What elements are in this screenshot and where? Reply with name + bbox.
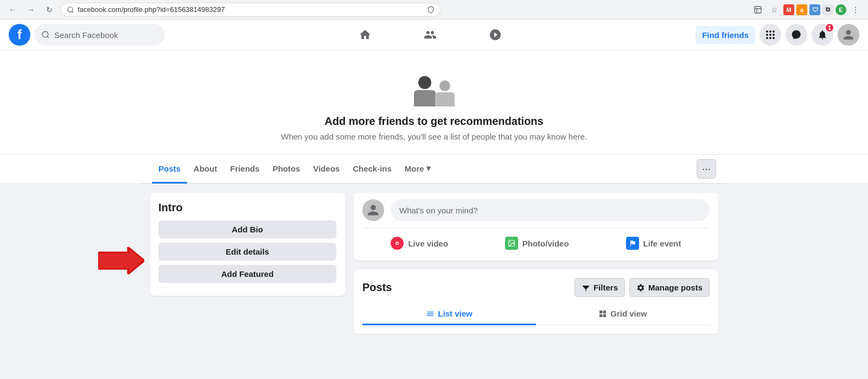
tab-friends[interactable]: Friends: [224, 155, 266, 184]
svg-point-5: [773, 30, 775, 33]
right-panel: What's on your mind? Live video: [354, 193, 718, 334]
friends-banner-title: Add more friends to get recommendations: [152, 115, 716, 128]
chrome-menu[interactable]: ⋮: [848, 3, 863, 17]
apps-button[interactable]: [760, 24, 781, 46]
svg-point-3: [766, 30, 768, 33]
tab-photos[interactable]: Photos: [266, 155, 307, 184]
friends-illustration: [407, 63, 461, 106]
life-event-button[interactable]: Life event: [620, 232, 688, 254]
url-text: facebook.com/profile.php?id=615638149832…: [78, 5, 225, 14]
create-post-top: What's on your mind?: [362, 199, 710, 221]
refresh-button[interactable]: ↻: [42, 3, 56, 17]
grid-view-tab[interactable]: Grid view: [536, 304, 710, 325]
ext-shield: 🛡: [809, 4, 820, 15]
intro-title: Intro: [158, 201, 336, 214]
home-nav-btn[interactable]: [335, 22, 395, 48]
gaming-nav-btn[interactable]: [465, 22, 526, 48]
posts-header: Posts Filters Manage posts: [362, 278, 710, 297]
ext-puzzle: ⧉: [822, 4, 833, 15]
photo-video-icon: [505, 237, 518, 250]
list-view-tab[interactable]: List view: [362, 304, 536, 325]
svg-point-4: [769, 30, 771, 33]
friends-nav-btn[interactable]: [400, 22, 461, 48]
svg-point-15: [397, 243, 398, 244]
ext-orange: a: [796, 4, 807, 15]
search-input[interactable]: [54, 30, 152, 40]
svg-point-17: [510, 242, 511, 243]
annotation-arrow: [98, 247, 144, 274]
friends-banner-subtitle: When you add some more friends, you'll s…: [152, 132, 716, 141]
posts-view-tabs: List view Grid view: [362, 304, 710, 325]
svg-rect-1: [755, 7, 761, 13]
svg-point-6: [766, 34, 768, 36]
add-featured-button[interactable]: Add Featured: [158, 265, 336, 283]
messenger-button[interactable]: [786, 24, 807, 46]
manage-posts-button[interactable]: Manage posts: [629, 278, 710, 297]
filters-button[interactable]: Filters: [575, 278, 625, 297]
post-input[interactable]: What's on your mind?: [391, 199, 710, 221]
life-event-icon: [626, 237, 639, 250]
browser-right-icons: ☆ M a 🛡 ⧉ E ⋮: [751, 3, 863, 17]
profile-tabs: Posts About Friends Photos Videos Check-…: [141, 155, 727, 184]
svg-point-7: [769, 34, 771, 36]
screenshot-btn[interactable]: [751, 3, 765, 17]
ext-green: E: [835, 4, 846, 15]
create-post-card: What's on your mind? Live video: [354, 193, 718, 261]
intro-card: Intro Add Bio Edit details Add Featured: [150, 193, 345, 296]
create-post-actions: Live video Photo/video Life event: [362, 232, 710, 254]
svg-point-0: [68, 7, 73, 11]
tabs-more-options-btn[interactable]: ⋯: [697, 159, 716, 179]
tab-posts[interactable]: Posts: [152, 155, 187, 184]
tab-videos[interactable]: Videos: [307, 155, 346, 184]
profile-content: Intro Add Bio Edit details Add Featured …: [141, 193, 727, 334]
live-video-icon: [391, 237, 404, 250]
add-bio-button[interactable]: Add Bio: [158, 220, 336, 238]
post-avatar: [362, 199, 384, 221]
facebook-logo: f: [9, 24, 30, 46]
header-right: Find friends 1: [695, 24, 859, 46]
chevron-down-icon: ▾: [426, 163, 431, 173]
live-video-button[interactable]: Live video: [384, 232, 454, 254]
main-content: Add more friends to get recommendations …: [0, 50, 868, 379]
svg-point-9: [766, 37, 768, 39]
svg-point-8: [773, 34, 775, 36]
svg-marker-13: [98, 247, 144, 274]
svg-point-2: [42, 31, 48, 37]
posts-card: Posts Filters Manage posts: [354, 269, 718, 334]
address-bar[interactable]: facebook.com/profile.php?id=615638149832…: [61, 3, 441, 17]
browser-chrome: ← → ↻ facebook.com/profile.php?id=615638…: [0, 0, 868, 20]
notification-badge: 1: [825, 23, 834, 33]
facebook-header: f Find friends 1: [0, 20, 868, 50]
profile-avatar-btn[interactable]: [838, 24, 859, 46]
find-friends-button[interactable]: Find friends: [695, 26, 755, 44]
posts-title: Posts: [362, 281, 392, 294]
back-button[interactable]: ←: [5, 3, 20, 17]
intro-section: Intro Add Bio Edit details Add Featured: [150, 193, 345, 334]
friends-banner: Add more friends to get recommendations …: [141, 50, 727, 154]
notifications-button[interactable]: 1: [812, 24, 833, 46]
tab-more[interactable]: More ▾: [398, 155, 437, 184]
tab-about[interactable]: About: [187, 155, 224, 184]
search-bar[interactable]: [35, 24, 165, 46]
star-btn[interactable]: ☆: [767, 3, 781, 17]
header-nav: [165, 22, 695, 48]
photo-video-button[interactable]: Photo/video: [499, 232, 576, 254]
tab-checkins[interactable]: Check-ins: [346, 155, 398, 184]
gmail-ext: M: [783, 4, 794, 15]
posts-header-actions: Filters Manage posts: [575, 278, 710, 297]
svg-point-10: [769, 37, 771, 39]
forward-button[interactable]: →: [24, 3, 38, 17]
svg-point-11: [773, 37, 775, 39]
edit-details-button[interactable]: Edit details: [158, 243, 336, 261]
